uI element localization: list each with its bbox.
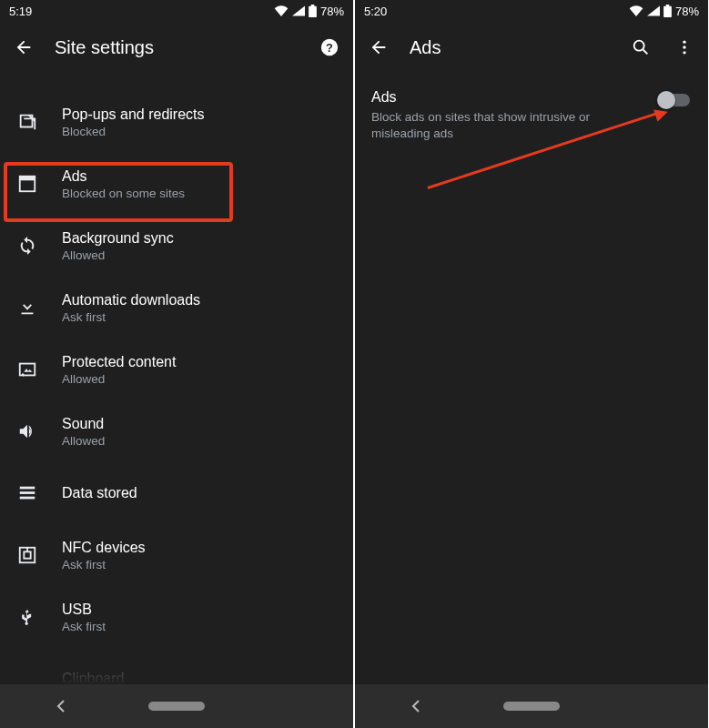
overflow-menu-button[interactable] [672,35,697,60]
setting-row-data[interactable]: Data stored [0,462,353,524]
svg-rect-4 [20,364,35,376]
protected-icon [17,359,37,379]
nfc-icon [17,545,37,565]
download-icon [17,298,37,318]
setting-title: Pop-ups and redirects [62,106,205,123]
setting-row-auto-dl[interactable]: Automatic downloadsAsk first [0,277,353,339]
back-button[interactable] [366,35,391,60]
more-vert-icon [675,38,694,56]
setting-row-popups[interactable]: Pop-ups and redirectsBlocked [0,91,353,153]
back-arrow-icon [369,37,389,57]
back-arrow-icon [14,37,34,57]
svg-rect-7 [20,497,35,500]
setting-sub: Allowed [62,434,105,448]
setting-sub: Blocked on some sites [62,187,185,200]
ads-screen: 5:20 78% Ads Ads Block ads on sites that… [355,0,708,728]
page-title: Site settings [55,37,299,58]
sound-icon [17,421,37,441]
usb-icon [18,607,36,627]
setting-title: Clipboard [62,671,124,684]
status-bar: 5:20 78% [355,0,708,22]
status-icons: 78% [629,5,699,18]
help-icon: ? [319,37,339,57]
search-button[interactable] [628,35,653,60]
nav-bar [355,684,708,728]
back-button[interactable] [11,35,36,60]
setting-title: NFC devices [62,540,146,556]
nav-bar [0,684,353,728]
app-bar: Site settings ? [0,22,353,73]
ads-description: Block ads on sites that show intrusive o… [371,109,608,142]
svg-point-12 [683,46,685,48]
nav-back-button[interactable] [410,699,421,713]
ads-setting-block: Ads Block ads on sites that show intrusi… [355,73,708,158]
ads-title: Ads [371,89,692,106]
setting-sub: Blocked [62,125,205,138]
app-bar: Ads [355,22,708,73]
settings-list: Pop-ups and redirectsBlocked AdsBlocked … [0,73,353,684]
svg-point-11 [683,41,685,44]
setting-row-clipboard[interactable]: Clipboard [0,648,353,684]
nav-home-pill[interactable] [503,702,560,711]
setting-sub: Ask first [62,620,106,633]
ads-toggle[interactable] [657,91,692,109]
nav-home-pill[interactable] [148,702,205,711]
svg-point-13 [683,51,685,54]
page-title: Ads [410,37,610,58]
sync-icon [17,236,37,256]
setting-sub: Ask first [62,558,146,571]
setting-row-nfc[interactable]: NFC devicesAsk first [0,524,353,586]
svg-point-10 [634,41,644,51]
site-settings-screen: 5:19 78% Site settings ? Pop-ups and red… [0,0,353,728]
wifi-icon [274,5,289,16]
svg-rect-9 [24,551,30,558]
setting-sub: Allowed [62,372,176,386]
battery-icon [663,5,672,17]
setting-title: Sound [62,416,105,432]
svg-rect-5 [20,487,35,490]
setting-title: Automatic downloads [62,292,200,308]
setting-row-bg-sync[interactable]: Background syncAllowed [0,215,353,277]
wifi-icon [629,5,643,16]
setting-title: Data stored [62,485,137,501]
popup-icon [17,112,37,132]
svg-rect-6 [20,491,35,494]
setting-sub: Ask first [62,310,200,324]
battery-icon [309,5,317,17]
status-bar: 5:19 78% [0,0,353,22]
signal-icon [647,5,660,16]
svg-text:?: ? [326,41,333,55]
setting-row-ads[interactable]: AdsBlocked on some sites [0,153,353,215]
toggle-thumb [657,91,675,109]
svg-rect-3 [20,177,35,181]
setting-title: USB [62,602,106,618]
help-button[interactable]: ? [317,35,342,60]
setting-sub: Allowed [62,248,174,262]
ads-icon [17,174,37,194]
status-battery-pct: 78% [675,5,699,18]
setting-row-protected[interactable]: Protected contentAllowed [0,339,353,400]
setting-row-usb[interactable]: USBAsk first [0,586,353,648]
status-time: 5:19 [9,5,32,18]
status-icons: 78% [274,5,344,18]
setting-title: Background sync [62,230,174,247]
status-time: 5:20 [364,5,387,18]
search-icon [631,37,651,57]
signal-icon [292,5,305,16]
nav-back-button[interactable] [56,699,66,713]
status-battery-pct: 78% [320,5,344,18]
setting-title: Ads [62,168,185,185]
setting-title: Protected content [62,354,176,370]
data-icon [17,483,37,503]
setting-row-sound[interactable]: SoundAllowed [0,400,353,462]
